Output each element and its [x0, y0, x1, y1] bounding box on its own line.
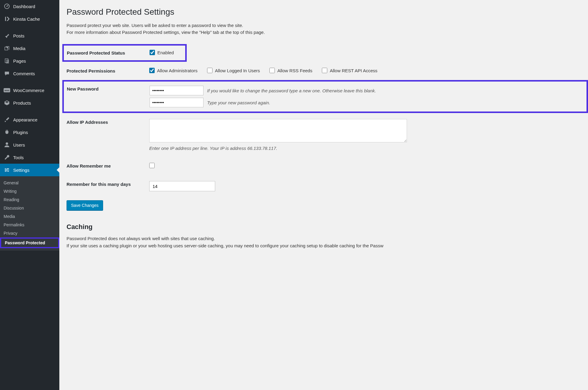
checkbox-label: Allow Administrators [157, 68, 197, 73]
checkbox-allow-remember[interactable] [149, 163, 155, 168]
caching-text: Password Protected does not always work … [67, 235, 582, 249]
pages-icon [4, 58, 10, 64]
sidebar-item-label: Comments [13, 71, 35, 76]
page-title: Password Protected Settings [67, 7, 582, 17]
box-icon [4, 100, 10, 106]
checkbox-allow-admins[interactable]: Allow Administrators [149, 68, 197, 73]
woo-icon: woo [4, 87, 10, 94]
svg-rect-5 [6, 60, 9, 64]
admin-sidebar: Dashboard Kinsta Cache Posts Media Pages… [0, 0, 59, 390]
sidebar-item-label: WooCommerce [13, 88, 44, 93]
remember-days-input[interactable] [149, 181, 215, 191]
save-changes-button[interactable]: Save Changes [67, 200, 103, 210]
sidebar-item-appearance[interactable]: Appearance [0, 113, 59, 126]
caching-heading: Caching [67, 223, 582, 231]
checkbox-allow-rss[interactable]: Allow RSS Feeds [269, 68, 312, 73]
media-icon [4, 45, 10, 52]
user-icon [4, 141, 10, 148]
field-label: Remember for this many days [67, 181, 149, 187]
submenu-item-permalinks[interactable]: Permalinks [0, 221, 59, 229]
field-label: Allow Remember me [67, 163, 149, 168]
sidebar-item-label: Pages [13, 58, 26, 64]
row-new-password: New Password If you would like to change… [62, 80, 588, 113]
checkbox-label: Allow REST API Access [330, 68, 377, 73]
svg-point-1 [7, 6, 7, 7]
sidebar-item-tools[interactable]: Tools [0, 151, 59, 164]
sliders-icon [4, 167, 10, 173]
field-label: Allow IP Addresses [67, 119, 149, 125]
row-remember-days: Remember for this many days [67, 175, 582, 197]
submenu-item-media[interactable]: Media [0, 212, 59, 221]
checkbox-label: Allow RSS Feeds [277, 68, 312, 73]
checkbox-allow-rest[interactable]: Allow REST API Access [322, 68, 377, 73]
intro-line: For more information about Password Prot… [67, 29, 582, 36]
submenu-item-discussion[interactable]: Discussion [0, 204, 59, 212]
sidebar-item-products[interactable]: Products [0, 97, 59, 109]
sidebar-item-label: Kinsta Cache [13, 16, 40, 22]
brush-icon [4, 116, 10, 123]
sidebar-item-users[interactable]: Users [0, 138, 59, 151]
submenu-item-privacy[interactable]: Privacy [0, 229, 59, 237]
sidebar-item-settings[interactable]: Settings [0, 164, 59, 176]
sidebar-item-dashboard[interactable]: Dashboard [0, 0, 59, 13]
row-allow-ip: Allow IP Addresses Enter one IP address … [67, 113, 582, 157]
checkbox-enabled-input[interactable] [150, 50, 155, 55]
svg-point-8 [6, 142, 8, 145]
field-description: Type your new password again. [207, 100, 270, 105]
submenu-item-writing[interactable]: Writing [0, 187, 59, 195]
checkbox-allow-logged-in[interactable]: Allow Logged In Users [207, 68, 260, 73]
sidebar-item-label: Products [13, 100, 31, 106]
sidebar-item-posts[interactable]: Posts [0, 29, 59, 42]
svg-text:woo: woo [4, 89, 9, 92]
sidebar-item-plugins[interactable]: Plugins [0, 126, 59, 138]
field-label: Password Protected Status [67, 50, 150, 55]
sidebar-item-label: Tools [13, 155, 24, 160]
allow-ip-textarea[interactable] [149, 119, 407, 142]
checkbox-label: Enabled [157, 50, 174, 55]
pin-icon [4, 32, 10, 39]
new-password-input[interactable] [150, 86, 203, 95]
field-description: If you would like to change the password… [207, 88, 376, 93]
intro-text: Password protect your web site. Users wi… [67, 22, 582, 36]
sidebar-item-label: Dashboard [13, 4, 35, 9]
sidebar-item-label: Appearance [13, 117, 37, 122]
submenu-item-password-protected[interactable]: Password Protected [0, 237, 59, 248]
sidebar-item-label: Media [13, 46, 25, 51]
checkbox-allow-rest-input[interactable] [322, 68, 327, 73]
sidebar-item-label: Plugins [13, 130, 28, 135]
checkbox-allow-logged-in-input[interactable] [207, 68, 212, 73]
checkbox-allow-admins-input[interactable] [149, 68, 155, 73]
field-description: Enter one IP address per line. Your IP i… [149, 146, 582, 151]
gauge-icon [4, 3, 10, 10]
checkbox-enabled[interactable]: Enabled [150, 50, 174, 55]
submenu-item-reading[interactable]: Reading [0, 195, 59, 204]
svg-point-3 [7, 47, 8, 48]
sidebar-item-comments[interactable]: Comments [0, 67, 59, 80]
row-allow-remember: Allow Remember me [67, 157, 582, 175]
kinsta-icon [4, 16, 10, 22]
caching-line: If your site uses a caching plugin or yo… [67, 242, 582, 249]
sidebar-item-label: Settings [13, 168, 29, 173]
row-protected-permissions: Protected Permissions Allow Administrato… [67, 62, 582, 80]
settings-page: Password Protected Settings Password pro… [59, 0, 588, 390]
row-password-status: Password Protected Status Enabled [62, 44, 187, 62]
settings-submenu: General Writing Reading Discussion Media… [0, 176, 59, 251]
sidebar-item-media[interactable]: Media [0, 42, 59, 55]
field-label: Protected Permissions [67, 68, 149, 73]
caching-line: Password Protected does not always work … [67, 235, 582, 242]
sidebar-item-label: Posts [13, 33, 25, 38]
plug-icon [4, 129, 10, 135]
sidebar-item-woocommerce[interactable]: woo WooCommerce [0, 84, 59, 97]
wrench-icon [4, 154, 10, 161]
field-label: New Password [67, 86, 150, 91]
comment-icon [4, 70, 10, 77]
checkbox-label: Allow Logged In Users [215, 68, 260, 73]
intro-line: Password protect your web site. Users wi… [67, 22, 582, 29]
sidebar-item-pages[interactable]: Pages [0, 55, 59, 67]
submenu-item-general[interactable]: General [0, 179, 59, 187]
sidebar-item-label: Users [13, 142, 25, 147]
confirm-password-input[interactable] [150, 98, 203, 107]
checkbox-allow-rss-input[interactable] [269, 68, 275, 73]
sidebar-item-kinsta-cache[interactable]: Kinsta Cache [0, 13, 59, 25]
